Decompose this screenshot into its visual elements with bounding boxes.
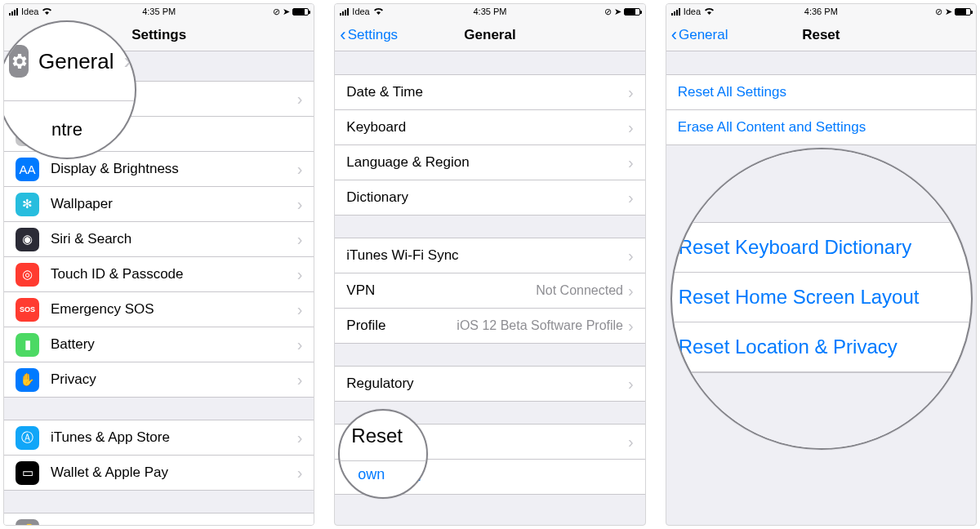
back-button[interactable]: ‹ General: [666, 26, 728, 44]
zoom-row-keyboard-dict[interactable]: Reset Keyboard Dictionary: [672, 223, 971, 273]
row-siri[interactable]: ◉ Siri & Search ›: [4, 221, 314, 257]
touchid-icon: ◎: [16, 263, 39, 287]
status-bar: Idea 4:35 PM ⊘ ➤: [335, 4, 644, 19]
back-button[interactable]: ‹ Settings: [335, 26, 398, 44]
signal-icon: [671, 8, 680, 16]
carrier-label: Idea: [21, 7, 38, 16]
row-wallpaper[interactable]: ✻ Wallpaper ›: [4, 186, 314, 222]
chevron-right-icon: ›: [297, 160, 303, 179]
privacy-icon: ✋: [16, 368, 39, 392]
chevron-right-icon: ›: [628, 433, 634, 451]
clock-label: 4:35 PM: [109, 7, 208, 16]
chevron-right-icon: ›: [297, 464, 303, 482]
carrier-label: Idea: [352, 7, 369, 16]
chevron-right-icon: ›: [628, 153, 634, 172]
profile-detail: iOS 12 Beta Software Profile: [457, 318, 623, 333]
row-passwords[interactable]: 🔑 Passwords & Accounts ›: [4, 513, 314, 525]
chevron-left-icon: ‹: [671, 26, 677, 44]
chevron-right-icon: ›: [628, 118, 634, 137]
row-erase-all[interactable]: Erase All Content and Settings: [666, 109, 976, 145]
zoom-general-label: General: [38, 49, 114, 74]
chevron-right-icon: ›: [628, 189, 634, 207]
back-label: General: [679, 27, 728, 43]
vpn-detail: Not Connected: [536, 283, 623, 298]
location-icon: ➤: [283, 7, 290, 17]
zoom-down-partial: own: [358, 466, 385, 483]
chevron-right-icon: ›: [297, 195, 303, 214]
wallet-icon: ▭: [16, 461, 39, 485]
row-language[interactable]: Language & Region›: [335, 144, 644, 180]
location-icon: ➤: [614, 7, 621, 17]
chevron-right-icon: ›: [297, 90, 303, 109]
appstore-icon: Ⓐ: [16, 426, 39, 450]
signal-icon: [9, 8, 18, 16]
orientation-lock-icon: ⊘: [935, 7, 942, 17]
back-label: Settings: [348, 27, 398, 43]
row-reset-all[interactable]: Reset All Settings: [666, 74, 976, 110]
battery-icon: [292, 8, 309, 16]
row-battery[interactable]: ▮ Battery ›: [4, 327, 314, 362]
chevron-right-icon: ›: [297, 522, 303, 526]
chevron-right-icon: ›: [297, 336, 303, 354]
zoom-row-location-privacy[interactable]: Reset Location & Privacy: [672, 322, 971, 372]
highlight-circle-general: General › ntre: [3, 20, 136, 159]
passwords-icon: 🔑: [16, 519, 39, 526]
screen-settings: Idea 4:35 PM ⊘ ➤ Settings › ⊟ Cont AA Di…: [3, 3, 314, 526]
nav-bar: ‹ General Reset: [666, 19, 976, 51]
location-icon: ➤: [945, 7, 952, 17]
chevron-left-icon: ‹: [340, 26, 345, 44]
row-wallet[interactable]: ▭ Wallet & Apple Pay ›: [4, 455, 314, 491]
chevron-right-icon: ›: [297, 300, 303, 319]
clock-label: 4:35 PM: [440, 7, 540, 16]
wifi-icon: [704, 7, 715, 16]
display-icon: AA: [16, 158, 39, 181]
wifi-icon: [42, 7, 52, 16]
chevron-right-icon: ›: [628, 375, 634, 393]
highlight-circle-reset: Reset own: [338, 409, 428, 499]
signal-icon: [340, 8, 349, 16]
chevron-right-icon: ›: [628, 83, 634, 102]
carrier-label: Idea: [684, 7, 701, 16]
row-touchid[interactable]: ◎ Touch ID & Passcode ›: [4, 256, 314, 292]
orientation-lock-icon: ⊘: [273, 7, 280, 17]
row-keyboard[interactable]: Keyboard›: [335, 109, 644, 145]
row-itunes[interactable]: Ⓐ iTunes & App Store ›: [4, 420, 314, 456]
battery-icon: [955, 8, 971, 16]
zoom-reset-label: Reset: [351, 425, 403, 447]
battery-icon: [624, 8, 640, 16]
zoom-partial-label: ntre: [51, 119, 82, 140]
zoom-row-home-layout[interactable]: Reset Home Screen Layout: [672, 273, 971, 322]
row-wifisync[interactable]: iTunes Wi-Fi Sync›: [335, 238, 644, 273]
chevron-right-icon: ›: [297, 429, 303, 447]
wifi-icon: [373, 7, 384, 16]
row-sos[interactable]: SOS Emergency SOS ›: [4, 291, 314, 327]
status-bar: Idea 4:35 PM ⊘ ➤: [4, 4, 314, 19]
chevron-right-icon: ›: [297, 265, 303, 284]
nav-bar: ‹ Settings General: [335, 19, 644, 51]
screen-general: Idea 4:35 PM ⊘ ➤ ‹ Settings General Date…: [334, 3, 645, 526]
chevron-right-icon: ›: [297, 371, 303, 389]
battery-row-icon: ▮: [16, 333, 39, 357]
orientation-lock-icon: ⊘: [604, 7, 612, 17]
sos-icon: SOS: [16, 298, 39, 322]
screen-reset: Idea 4:36 PM ⊘ ➤ ‹ General Reset Reset A…: [666, 3, 977, 526]
wallpaper-icon: ✻: [16, 193, 39, 216]
chevron-right-icon: ›: [297, 230, 303, 249]
row-profile[interactable]: ProfileiOS 12 Beta Software Profile›: [335, 308, 644, 344]
row-regulatory[interactable]: Regulatory›: [335, 366, 644, 402]
highlight-circle-reset-options: Reset Keyboard Dictionary Reset Home Scr…: [670, 148, 973, 450]
row-dictionary[interactable]: Dictionary›: [335, 180, 644, 216]
row-datetime[interactable]: Date & Time›: [335, 74, 644, 110]
chevron-right-icon: ›: [628, 247, 634, 265]
row-vpn[interactable]: VPNNot Connected›: [335, 273, 644, 309]
chevron-right-icon: ›: [628, 282, 634, 300]
clock-label: 4:36 PM: [771, 7, 871, 16]
chevron-right-icon: ›: [628, 317, 634, 336]
status-bar: Idea 4:36 PM ⊘ ➤: [666, 4, 976, 19]
siri-icon: ◉: [16, 228, 39, 251]
gear-icon: [9, 45, 29, 78]
row-privacy[interactable]: ✋ Privacy ›: [4, 362, 314, 398]
